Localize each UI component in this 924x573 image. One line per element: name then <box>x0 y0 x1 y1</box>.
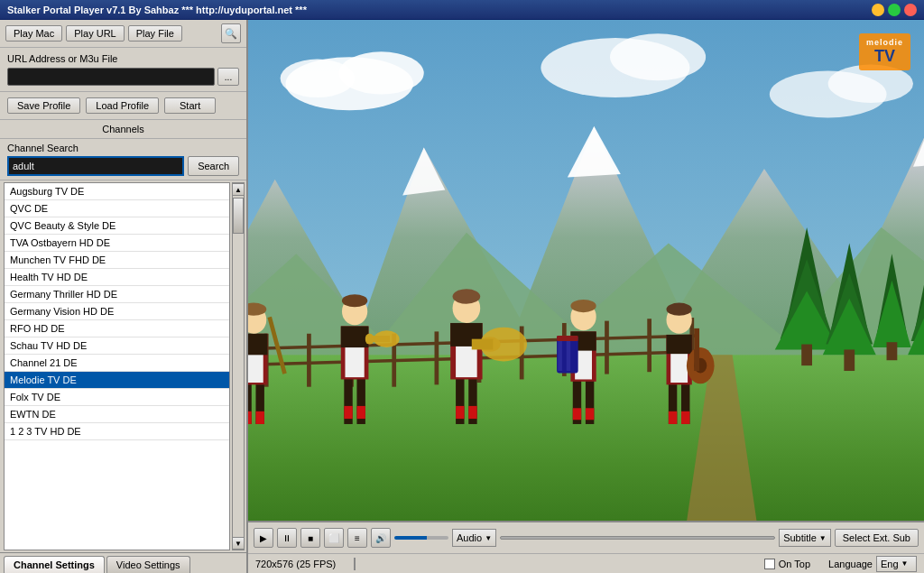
svg-point-86 <box>570 300 596 312</box>
svg-rect-32 <box>801 345 812 366</box>
channel-list-item[interactable]: Schau TV HD DE <box>5 337 229 355</box>
search-icon: 🔍 <box>225 28 237 40</box>
channel-search-label: Channel Search <box>7 143 239 153</box>
channel-search: Channel Search Search <box>0 139 246 180</box>
channel-list-item[interactable]: Augsburg TV DE <box>5 183 229 200</box>
toolbar: Play Mac Play URL Play File 🔍 <box>0 20 246 48</box>
channel-list-item[interactable]: RFO HD DE <box>5 320 229 337</box>
svg-rect-77 <box>472 339 494 350</box>
channel-list-item[interactable]: Channel 21 DE <box>5 355 229 372</box>
channel-scrollbar[interactable]: ▲ ▼ <box>232 182 245 550</box>
svg-rect-25 <box>647 319 651 372</box>
channel-list-item[interactable]: Germany Thriller HD DE <box>5 286 229 303</box>
svg-rect-92 <box>557 336 578 341</box>
channel-list-item[interactable]: EWTN DE <box>5 406 229 423</box>
channel-search-input[interactable] <box>7 156 184 176</box>
channel-logo: melodie TV <box>859 33 910 70</box>
url-input[interactable] <box>7 68 215 86</box>
channel-list-item[interactable]: Munchen TV FHD DE <box>5 252 229 269</box>
resolution-text: 720x576 (25 FPS) <box>255 559 336 569</box>
control-bar: ▶ ⏸ ■ ⬜ ≡ 🔊 Audio <box>248 521 924 573</box>
scroll-thumb[interactable] <box>233 198 244 234</box>
profile-row: Save Profile Load Profile Start <box>0 92 246 120</box>
svg-rect-57 <box>356 406 365 419</box>
controls-row: ▶ ⏸ ■ ⬜ ≡ 🔊 Audio <box>248 522 924 553</box>
subtitle-dropdown-arrow: ▼ <box>819 534 827 542</box>
play-file-button[interactable]: Play File <box>128 25 182 42</box>
svg-point-5 <box>610 33 706 80</box>
svg-rect-81 <box>586 408 594 420</box>
scroll-up-arrow[interactable]: ▲ <box>232 183 245 196</box>
channel-list-item[interactable]: Health TV HD DE <box>5 269 229 286</box>
channel-list-container: Augsburg TV DEQVC DEQVC Beauty & Style D… <box>0 180 246 552</box>
svg-rect-80 <box>573 408 581 420</box>
tab-channel-settings[interactable]: Channel Settings <box>4 556 105 573</box>
minimize-button[interactable] <box>872 4 884 16</box>
svg-rect-47 <box>255 411 263 424</box>
pause-button[interactable]: ⏸ <box>277 528 297 548</box>
svg-rect-99 <box>667 335 692 354</box>
url-label: URL Address or M3u File <box>7 53 239 64</box>
app-title: Stalker Portal Player v7.1 By Sahbaz ***… <box>7 5 307 15</box>
stop-button[interactable]: ■ <box>300 528 320 548</box>
on-top-checkbox-container: On Top <box>764 559 810 569</box>
pause-icon: ⏸ <box>282 533 291 543</box>
video-scene-svg <box>248 20 924 573</box>
logo-line2: TV <box>866 47 903 66</box>
audio-dropdown[interactable]: Audio ▼ <box>452 529 496 547</box>
load-profile-button[interactable]: Load Profile <box>86 97 159 114</box>
tab-video-settings[interactable]: Video Settings <box>106 556 190 573</box>
play-icon: ▶ <box>260 533 267 543</box>
close-button[interactable] <box>904 4 917 16</box>
bottom-tabs: Channel Settings Video Settings <box>0 552 246 573</box>
save-profile-button[interactable]: Save Profile <box>7 97 80 114</box>
progress-bar[interactable] <box>500 536 775 540</box>
logo-line1: melodie <box>866 38 903 47</box>
language-dropdown[interactable]: Eng ▼ <box>876 556 917 572</box>
svg-rect-24 <box>605 321 609 374</box>
play-mac-button[interactable]: Play Mac <box>5 25 62 42</box>
list-icon: ≡ <box>355 533 360 543</box>
subtitle-label: Subtitle <box>783 532 817 543</box>
on-top-label: On Top <box>779 559 810 569</box>
channel-search-button[interactable]: Search <box>188 156 239 176</box>
audio-dropdown-arrow: ▼ <box>485 534 492 542</box>
channel-list-item[interactable]: Folx TV DE <box>5 389 229 406</box>
svg-rect-69 <box>468 406 476 419</box>
svg-rect-56 <box>344 406 352 419</box>
svg-point-74 <box>453 289 481 304</box>
search-row: Search <box>7 156 239 176</box>
scroll-down-arrow[interactable]: ▼ <box>232 537 245 550</box>
play-url-button[interactable]: Play URL <box>66 25 124 42</box>
maximize-button[interactable] <box>888 4 901 16</box>
volume-button[interactable]: 🔊 <box>371 528 391 548</box>
channel-list-item[interactable]: Melodie TV DE <box>5 372 229 389</box>
stop-icon: ■ <box>308 533 313 543</box>
url-section: URL Address or M3u File ... <box>0 48 246 92</box>
start-button[interactable]: Start <box>164 97 216 114</box>
channel-list-item[interactable]: Germany Vision HD DE <box>5 303 229 320</box>
volume-slider[interactable] <box>394 536 448 540</box>
svg-rect-65 <box>365 334 374 345</box>
screen-button[interactable]: ⬜ <box>324 528 344 548</box>
play-button[interactable]: ▶ <box>254 528 273 548</box>
svg-rect-60 <box>341 327 369 348</box>
svg-rect-50 <box>248 334 267 356</box>
channel-list-item[interactable]: TVA Ostbayern HD DE <box>5 235 229 252</box>
status-separator <box>354 558 356 570</box>
channel-list-item[interactable]: QVC Beauty & Style DE <box>5 217 229 235</box>
svg-rect-95 <box>669 411 677 424</box>
channel-list-item[interactable]: 1 2 3 TV HD DE <box>5 423 229 440</box>
search-icon-button[interactable]: 🔍 <box>221 23 241 43</box>
url-browse-button[interactable]: ... <box>217 68 239 86</box>
channel-list-item[interactable]: QVC DE <box>5 200 229 217</box>
list-button[interactable]: ≡ <box>347 528 367 548</box>
status-right: On Top Language Eng ▼ <box>764 556 917 572</box>
subtitle-dropdown[interactable]: Subtitle ▼ <box>779 529 831 547</box>
on-top-checkbox[interactable] <box>764 559 775 569</box>
title-bar: Stalker Portal Player v7.1 By Sahbaz ***… <box>0 0 924 20</box>
window-controls <box>872 4 917 16</box>
language-label: Language <box>828 559 873 569</box>
ext-sub-button[interactable]: Select Ext. Sub <box>835 529 919 547</box>
svg-point-101 <box>667 303 692 316</box>
